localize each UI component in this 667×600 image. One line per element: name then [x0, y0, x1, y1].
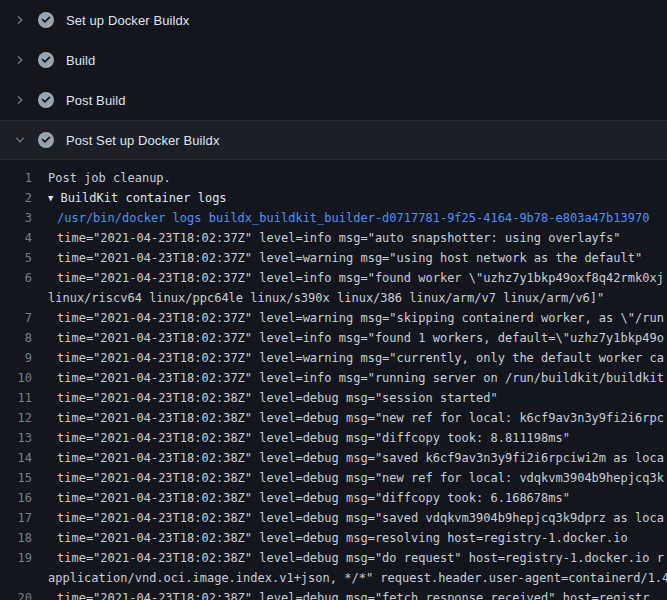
line-number[interactable]: 16: [0, 488, 48, 508]
check-circle-icon: [38, 52, 54, 68]
line-text-content: time="2021-04-23T18:02:37Z" level=info m…: [57, 331, 664, 345]
line-text: time="2021-04-23T18:02:37Z" level=info m…: [48, 328, 667, 348]
line-text: time="2021-04-23T18:02:38Z" level=debug …: [48, 588, 667, 600]
line-number[interactable]: 19: [0, 548, 48, 568]
log-viewer: 1 Post job cleanup. 2 ▼BuildKit containe…: [0, 160, 667, 600]
log-line: 17 time="2021-04-23T18:02:38Z" level=deb…: [0, 508, 667, 528]
log-line: 2 ▼BuildKit container logs: [0, 188, 667, 208]
chevron-icon: [12, 52, 28, 68]
chevron-icon: [12, 12, 28, 28]
line-text: Post job cleanup.: [48, 168, 667, 188]
line-text: linux/riscv64 linux/ppc64le linux/s390x …: [48, 288, 667, 308]
line-text-content: time="2021-04-23T18:02:37Z" level=info m…: [57, 271, 664, 285]
line-text-content: Post job cleanup.: [48, 171, 171, 185]
line-text: time="2021-04-23T18:02:37Z" level=warnin…: [48, 348, 667, 368]
line-text-content: time="2021-04-23T18:02:37Z" level=info m…: [57, 231, 621, 245]
line-number[interactable]: 3: [0, 208, 48, 228]
log-line: linux/riscv64 linux/ppc64le linux/s390x …: [0, 288, 667, 308]
line-number[interactable]: [0, 568, 48, 588]
line-number[interactable]: 12: [0, 408, 48, 428]
log-line: 7 time="2021-04-23T18:02:37Z" level=warn…: [0, 308, 667, 328]
log-line: 10 time="2021-04-23T18:02:37Z" level=inf…: [0, 368, 667, 388]
line-text-content: time="2021-04-23T18:02:37Z" level=warnin…: [57, 251, 642, 265]
line-text-content: time="2021-04-23T18:02:38Z" level=debug …: [57, 431, 570, 445]
line-text: time="2021-04-23T18:02:37Z" level=info m…: [48, 268, 667, 288]
line-text: time="2021-04-23T18:02:38Z" level=debug …: [48, 508, 667, 528]
check-circle-icon: [38, 132, 54, 148]
section-label: Post Set up Docker Buildx: [66, 133, 220, 148]
line-number[interactable]: 9: [0, 348, 48, 368]
log-line: 4 time="2021-04-23T18:02:37Z" level=info…: [0, 228, 667, 248]
line-number[interactable]: 6: [0, 268, 48, 288]
line-text-content: time="2021-04-23T18:02:38Z" level=debug …: [57, 391, 498, 405]
chevron-icon: [12, 132, 28, 148]
line-number[interactable]: 7: [0, 308, 48, 328]
log-line: 5 time="2021-04-23T18:02:37Z" level=warn…: [0, 248, 667, 268]
line-text-content: time="2021-04-23T18:02:38Z" level=debug …: [57, 411, 664, 425]
line-number[interactable]: 8: [0, 328, 48, 348]
line-number[interactable]: 5: [0, 248, 48, 268]
section-header-build[interactable]: Build: [0, 40, 667, 80]
log-line: 18 time="2021-04-23T18:02:38Z" level=deb…: [0, 528, 667, 548]
line-number[interactable]: 10: [0, 368, 48, 388]
line-number[interactable]: 15: [0, 468, 48, 488]
line-text: time="2021-04-23T18:02:38Z" level=debug …: [48, 528, 667, 548]
log-line: 20 time="2021-04-23T18:02:38Z" level=deb…: [0, 588, 667, 600]
line-number[interactable]: 20: [0, 588, 48, 600]
section-header-post-build[interactable]: Post Build: [0, 80, 667, 120]
line-text-content: time="2021-04-23T18:02:37Z" level=warnin…: [57, 311, 664, 325]
line-text-content: time="2021-04-23T18:02:38Z" level=debug …: [57, 471, 664, 485]
line-number[interactable]: 4: [0, 228, 48, 248]
line-text-content: time="2021-04-23T18:02:37Z" level=warnin…: [57, 351, 664, 365]
log-line: 8 time="2021-04-23T18:02:37Z" level=info…: [0, 328, 667, 348]
line-text: time="2021-04-23T18:02:38Z" level=debug …: [48, 448, 667, 468]
line-text: time="2021-04-23T18:02:38Z" level=debug …: [48, 468, 667, 488]
line-number[interactable]: 14: [0, 448, 48, 468]
line-text-content: time="2021-04-23T18:02:38Z" level=debug …: [57, 591, 649, 600]
sections: Set up Docker Buildx Build Post Buil: [0, 0, 667, 160]
log-line: 11 time="2021-04-23T18:02:38Z" level=deb…: [0, 388, 667, 408]
line-text: time="2021-04-23T18:02:38Z" level=debug …: [48, 388, 667, 408]
line-number[interactable]: [0, 288, 48, 308]
line-text-content: time="2021-04-23T18:02:38Z" level=debug …: [57, 451, 664, 465]
section-header-set-up-docker-buildx[interactable]: Set up Docker Buildx: [0, 0, 667, 40]
line-text: time="2021-04-23T18:02:37Z" level=info m…: [48, 228, 667, 248]
line-text: time="2021-04-23T18:02:38Z" level=debug …: [48, 488, 667, 508]
log-lines: 1 Post job cleanup. 2 ▼BuildKit containe…: [0, 168, 667, 600]
log-line: 15 time="2021-04-23T18:02:38Z" level=deb…: [0, 468, 667, 488]
check-circle-icon: [38, 12, 54, 28]
section-label: Post Build: [66, 93, 126, 108]
line-text: time="2021-04-23T18:02:38Z" level=debug …: [48, 428, 667, 448]
group-toggle-icon[interactable]: ▼: [48, 193, 53, 203]
line-number[interactable]: 11: [0, 388, 48, 408]
line-text: application/vnd.oci.image.index.v1+json,…: [48, 568, 667, 588]
line-text-content: linux/riscv64 linux/ppc64le linux/s390x …: [48, 291, 604, 305]
line-text: /usr/bin/docker logs buildx_buildkit_bui…: [48, 208, 667, 228]
log-line: 6 time="2021-04-23T18:02:37Z" level=info…: [0, 268, 667, 288]
line-text: time="2021-04-23T18:02:38Z" level=debug …: [48, 408, 667, 428]
line-number[interactable]: 2: [0, 188, 48, 208]
line-text-content: time="2021-04-23T18:02:38Z" level=debug …: [57, 551, 664, 565]
line-text-content: time="2021-04-23T18:02:37Z" level=info m…: [57, 371, 664, 385]
chevron-icon: [12, 92, 28, 108]
line-text: ▼BuildKit container logs: [48, 188, 667, 208]
log-line: 19 time="2021-04-23T18:02:38Z" level=deb…: [0, 548, 667, 568]
line-number[interactable]: 13: [0, 428, 48, 448]
line-text-content: time="2021-04-23T18:02:38Z" level=debug …: [57, 511, 664, 525]
line-text: time="2021-04-23T18:02:37Z" level=info m…: [48, 368, 667, 388]
line-text-content: time="2021-04-23T18:02:38Z" level=debug …: [57, 531, 628, 545]
line-number[interactable]: 17: [0, 508, 48, 528]
log-line: application/vnd.oci.image.index.v1+json,…: [0, 568, 667, 588]
check-circle-icon: [38, 92, 54, 108]
line-text: time="2021-04-23T18:02:38Z" level=debug …: [48, 548, 667, 568]
log-line: 9 time="2021-04-23T18:02:37Z" level=warn…: [0, 348, 667, 368]
line-text-content: application/vnd.oci.image.index.v1+json,…: [48, 571, 667, 585]
log-line: 14 time="2021-04-23T18:02:38Z" level=deb…: [0, 448, 667, 468]
line-number[interactable]: 18: [0, 528, 48, 548]
line-text: time="2021-04-23T18:02:37Z" level=warnin…: [48, 248, 667, 268]
line-number[interactable]: 1: [0, 168, 48, 188]
line-text: time="2021-04-23T18:02:37Z" level=warnin…: [48, 308, 667, 328]
log-line: 1 Post job cleanup.: [0, 168, 667, 188]
section-header-post-set-up-docker-buildx[interactable]: Post Set up Docker Buildx: [0, 120, 667, 160]
log-line: 3 /usr/bin/docker logs buildx_buildkit_b…: [0, 208, 667, 228]
